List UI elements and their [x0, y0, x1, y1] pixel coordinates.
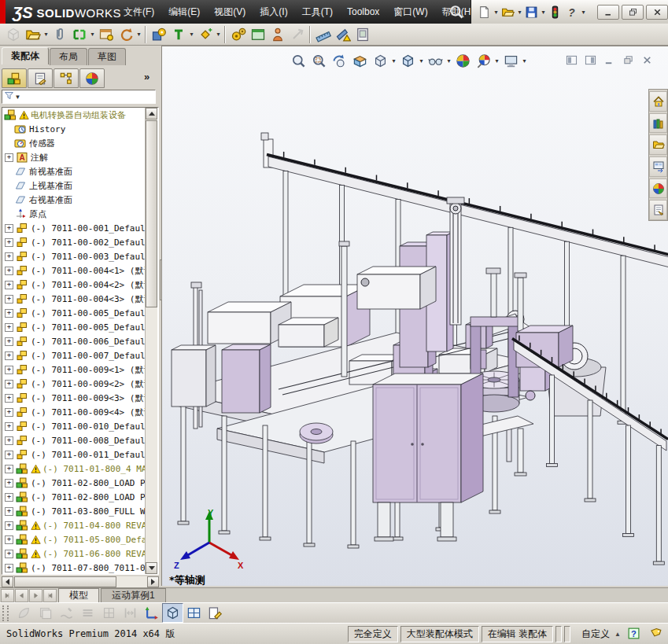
scroll-up-button[interactable]	[146, 108, 157, 120]
nav-next-button[interactable]	[29, 589, 42, 602]
rotate-component-button[interactable]	[116, 24, 135, 44]
tree-expander[interactable]: +	[5, 521, 13, 530]
tree-horizontal-scrollbar[interactable]	[2, 576, 159, 587]
tree-item[interactable]: +(-) 7011-00-004<2> (默认	[2, 278, 158, 292]
tree-expander[interactable]: +	[5, 451, 13, 459]
tree-item[interactable]: +(-) 7011-00-008_Default	[2, 433, 158, 447]
help-dropdown-caret[interactable]: ▾	[580, 9, 587, 16]
tree-item[interactable]: 原点	[2, 207, 158, 221]
tree-item[interactable]: +(-) 7011-00-004<3> (默认	[2, 292, 158, 306]
document-tab-运动算例1[interactable]: 运动算例1	[101, 588, 166, 603]
menu-file[interactable]: 文件(F)	[116, 0, 161, 24]
view-orientation-dropdown-caret[interactable]: ▾	[390, 57, 397, 64]
save-document-dropdown-caret[interactable]: ▾	[540, 9, 547, 16]
section-view-button[interactable]	[349, 52, 370, 70]
tree-expander[interactable]: +	[5, 535, 13, 544]
smart-fasteners-dropdown-caret[interactable]: ▾	[215, 31, 222, 38]
close-document-button[interactable]	[640, 54, 654, 68]
tree-item[interactable]: +(-) 7011-01-800_4 MA	[2, 462, 158, 476]
section-properties-button[interactable]	[352, 24, 372, 44]
tree-item[interactable]: +(-) 7011-03-800_FULL WR	[2, 504, 158, 518]
toolbar-grip[interactable]	[2, 605, 9, 621]
tree-expander[interactable]: +	[5, 436, 13, 445]
graphics-viewport[interactable]: ▾▾▾▾▾ Y X Z *等轴测	[161, 46, 668, 586]
tree-item[interactable]: +(-) 7011-00-009<3> (默认	[2, 391, 158, 405]
restore-document-button[interactable]	[622, 54, 635, 68]
menu-insert[interactable]: 插入(I)	[253, 0, 294, 24]
move-component-dropdown-caret[interactable]: ▾	[188, 31, 195, 38]
display-style-dropdown-caret[interactable]: ▾	[418, 57, 425, 64]
pane-right-button[interactable]	[584, 54, 597, 68]
edit-sketch-button[interactable]	[205, 603, 226, 623]
tree-expander[interactable]: +	[5, 351, 13, 360]
hide-show-items-button[interactable]	[425, 52, 445, 70]
apply-scene-dropdown-caret[interactable]: ▾	[493, 57, 500, 64]
open-part-dropdown-caret[interactable]: ▾	[42, 31, 50, 38]
menu-window[interactable]: 窗口(W)	[386, 0, 434, 24]
mass-properties-button[interactable]	[333, 24, 352, 44]
apply-scene-button[interactable]	[473, 52, 493, 70]
open-document-dropdown-caret[interactable]: ▾	[516, 9, 523, 16]
custom-properties-button[interactable]	[649, 200, 667, 220]
tree-expander[interactable]: +	[5, 380, 13, 388]
open-document-button[interactable]	[500, 4, 516, 20]
tree-item[interactable]: History	[2, 122, 158, 136]
tree-expander[interactable]: +	[5, 309, 13, 318]
rotate-component-dropdown-caret[interactable]: ▾	[135, 31, 142, 38]
tree-item[interactable]: +(-) 7011-00-007_Default	[2, 348, 158, 362]
edit-appearance-button[interactable]	[452, 52, 473, 70]
menu-edit[interactable]: 编辑(E)	[161, 0, 207, 24]
tree-expander[interactable]: +	[5, 267, 13, 275]
design-library-button[interactable]	[649, 113, 667, 134]
tree-expander[interactable]: +	[5, 153, 13, 162]
tree-expander[interactable]: +	[5, 465, 13, 473]
new-document-button[interactable]	[476, 4, 493, 20]
tree-expander[interactable]: +	[5, 323, 13, 332]
help-button[interactable]: ?	[563, 4, 580, 20]
tree-item[interactable]: 传感器	[2, 136, 158, 150]
filter-funnel-icon[interactable]	[4, 90, 14, 103]
tree-expander[interactable]: +	[5, 238, 13, 247]
tree-item[interactable]: +(-) 7011-06-800 REVA	[2, 546, 158, 561]
component-preview-window-button[interactable]	[96, 24, 116, 44]
tree-expander[interactable]: +	[5, 252, 13, 261]
mate-button[interactable]	[69, 24, 89, 44]
save-document-button[interactable]	[523, 4, 540, 20]
custom-dropdown-caret[interactable]: ▲	[614, 631, 621, 638]
tree-item[interactable]: +(-) 7011-00-005_Default	[2, 320, 158, 334]
scroll-left-button[interactable]	[2, 576, 13, 587]
tree-item[interactable]: +(-) 7011-02-800_LOAD PO	[2, 490, 158, 504]
view-orientation-button[interactable]	[370, 52, 390, 70]
tree-item[interactable]: +A注解	[2, 150, 158, 164]
tree-item[interactable]: +(-) 7011-02-800_LOAD PO	[2, 476, 158, 490]
shaded-with-edges-button[interactable]	[162, 603, 183, 623]
tree-expander[interactable]: +	[5, 366, 13, 374]
tree-expander[interactable]: +	[5, 295, 13, 304]
scroll-right-button[interactable]	[147, 576, 159, 587]
appearances-scenes-button[interactable]	[649, 178, 667, 199]
attachment-button[interactable]	[50, 24, 69, 44]
tree-item[interactable]: 前视基准面	[2, 164, 158, 178]
menu-view[interactable]: 视图(V)	[207, 0, 253, 24]
tree-expander[interactable]: +	[5, 281, 13, 289]
hide-show-items-dropdown-caret[interactable]: ▾	[445, 57, 452, 64]
pane-tabs-overflow-button[interactable]: »	[144, 71, 149, 83]
new-document-dropdown-caret[interactable]: ▾	[493, 9, 500, 16]
status-custom-label[interactable]: 自定义▲	[581, 627, 621, 641]
tree-expander[interactable]: +	[5, 493, 13, 502]
tree-item[interactable]: +(-) 7011-00-010_Default	[2, 419, 158, 433]
document-tab-模型[interactable]: 模型	[58, 588, 99, 603]
mate-dropdown-caret[interactable]: ▾	[89, 31, 96, 38]
tree-item[interactable]: 上视基准面	[2, 178, 158, 193]
tree-item[interactable]: +(-) 7011-00-006_Default	[2, 334, 158, 348]
tree-expander[interactable]: +	[5, 408, 13, 417]
pane-tab-displaymanager[interactable]	[79, 68, 105, 88]
tree-expander[interactable]: +	[5, 394, 13, 403]
zoom-to-area-button[interactable]	[308, 52, 329, 70]
view-palette-button[interactable]	[649, 156, 667, 177]
scroll-thumb[interactable]	[146, 120, 157, 307]
view-settings-button[interactable]	[500, 52, 521, 70]
open-part-button[interactable]	[23, 24, 42, 44]
tree-filter-bar[interactable]: ▼	[2, 90, 156, 104]
tree-item[interactable]: +(-) 7011-00-002_Default	[2, 235, 158, 249]
